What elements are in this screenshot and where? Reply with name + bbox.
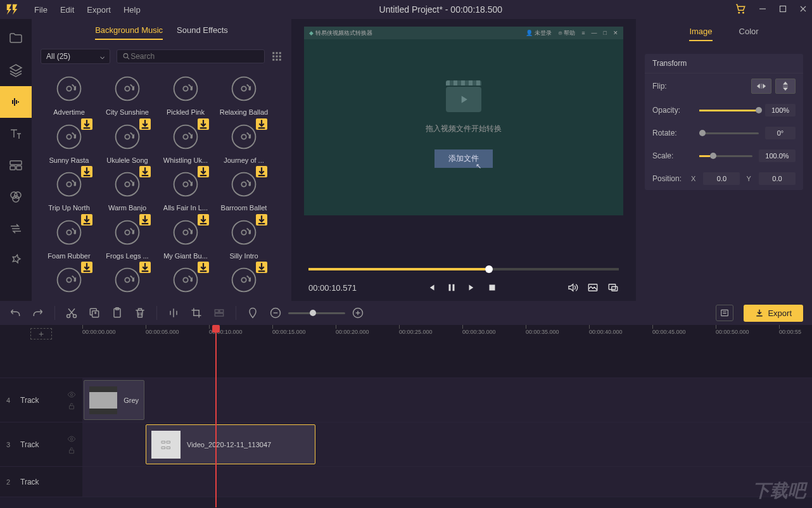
lock-icon[interactable] <box>67 402 76 410</box>
download-icon[interactable] <box>198 166 209 177</box>
track-header-2[interactable]: 2 Track <box>0 467 82 497</box>
export-button[interactable]: Export <box>744 305 803 322</box>
download-icon[interactable] <box>139 214 151 225</box>
add-track-button[interactable]: + <box>30 328 52 340</box>
svg-point-32 <box>183 134 187 139</box>
media-item[interactable] <box>99 264 156 301</box>
download-icon[interactable] <box>81 262 92 273</box>
svg-point-31 <box>174 125 198 148</box>
prev-frame-button[interactable] <box>426 282 437 293</box>
split-button[interactable] <box>167 307 180 319</box>
position-x-input[interactable] <box>703 172 740 185</box>
download-icon[interactable] <box>256 118 267 130</box>
media-item[interactable] <box>41 264 98 301</box>
undo-button[interactable] <box>9 307 22 319</box>
svg-rect-59 <box>448 284 450 291</box>
close-button[interactable] <box>799 5 807 15</box>
menu-file[interactable]: File <box>28 5 54 15</box>
clip-grey[interactable]: Grey <box>84 380 144 420</box>
next-frame-button[interactable] <box>466 282 478 293</box>
timeline-settings-button[interactable] <box>716 305 733 321</box>
minimize-button[interactable] <box>759 5 766 15</box>
pause-button[interactable] <box>446 282 457 293</box>
delete-button[interactable] <box>134 307 146 319</box>
preview-canvas[interactable]: ◆ 转易侠视频格式转换器 👤 未登录⊙ 帮助≡—□✕ 拖入视频文件开始转换 添加… <box>304 27 623 215</box>
rail-elements[interactable] <box>0 244 32 276</box>
redo-button[interactable] <box>32 307 44 319</box>
zoom-slider[interactable] <box>288 312 345 314</box>
marker-button[interactable] <box>246 307 259 319</box>
opacity-input[interactable] <box>765 104 796 117</box>
svg-point-45 <box>116 220 139 244</box>
download-icon[interactable] <box>81 166 92 177</box>
clip-video[interactable]: ▭▭▭▭ Video_2020-12-11_113047 <box>146 424 315 464</box>
cart-icon[interactable] <box>735 3 746 16</box>
lock-icon[interactable] <box>67 446 76 455</box>
group-button[interactable] <box>213 307 225 319</box>
view-grid-icon[interactable] <box>271 51 282 62</box>
paste-button[interactable] <box>111 307 124 319</box>
download-icon[interactable] <box>81 118 92 130</box>
download-icon[interactable] <box>198 262 209 273</box>
tab-image[interactable]: Image <box>689 27 712 41</box>
volume-icon[interactable] <box>567 282 578 293</box>
media-item[interactable] <box>215 264 272 301</box>
download-icon[interactable] <box>198 118 209 130</box>
download-icon[interactable] <box>139 118 151 130</box>
svg-rect-64 <box>612 287 618 291</box>
playhead[interactable] <box>215 325 217 507</box>
tab-background-music[interactable]: Background Music <box>95 25 163 40</box>
menu-export[interactable]: Export <box>80 5 117 15</box>
tab-color[interactable]: Color <box>739 27 759 41</box>
rotate-slider[interactable] <box>699 132 759 134</box>
rail-filters[interactable] <box>0 181 32 213</box>
maximize-button[interactable] <box>779 5 787 15</box>
eye-icon[interactable] <box>67 435 76 443</box>
filter-dropdown[interactable]: All (25) ⌵ <box>41 49 110 64</box>
download-icon[interactable] <box>81 214 92 225</box>
track-header-4[interactable]: 4 Track <box>0 378 82 422</box>
zoom-out-button[interactable] <box>269 307 282 319</box>
position-y-input[interactable] <box>759 172 796 185</box>
scale-input[interactable] <box>759 149 796 162</box>
zoom-in-button[interactable] <box>352 307 364 319</box>
cut-button[interactable] <box>65 307 78 319</box>
rail-media[interactable] <box>0 23 32 54</box>
snapshot-icon[interactable] <box>587 282 599 293</box>
download-icon[interactable] <box>198 214 209 225</box>
rail-audio[interactable] <box>0 86 32 118</box>
download-icon[interactable] <box>256 166 267 177</box>
stop-button[interactable] <box>486 282 498 293</box>
crop-button[interactable] <box>190 307 203 319</box>
search-input[interactable] <box>117 49 265 63</box>
download-icon[interactable] <box>139 166 151 177</box>
media-item[interactable] <box>157 264 214 301</box>
svg-point-26 <box>241 86 246 91</box>
opacity-slider[interactable] <box>699 110 759 111</box>
flip-vertical-button[interactable] <box>775 79 796 94</box>
download-icon[interactable] <box>139 262 151 273</box>
flip-horizontal-button[interactable] <box>751 79 771 94</box>
rail-layers[interactable] <box>0 54 32 86</box>
scale-slider[interactable] <box>699 155 752 157</box>
download-icon[interactable] <box>256 214 267 225</box>
rail-text[interactable] <box>0 118 32 149</box>
svg-rect-11 <box>276 52 278 54</box>
menu-help[interactable]: Help <box>117 5 147 15</box>
download-icon[interactable] <box>256 262 267 273</box>
fullscreen-icon[interactable] <box>607 282 619 293</box>
search-field[interactable] <box>130 52 259 61</box>
rail-transitions[interactable] <box>0 213 32 244</box>
add-file-button[interactable]: 添加文件↖ <box>435 149 493 168</box>
eye-icon[interactable] <box>67 390 76 399</box>
rotate-input[interactable] <box>765 127 796 139</box>
preview-progress[interactable] <box>308 268 619 270</box>
svg-point-43 <box>58 220 81 244</box>
track-header-3[interactable]: 3 Track <box>0 422 82 466</box>
rail-overlay[interactable] <box>0 149 32 181</box>
svg-point-38 <box>125 182 129 187</box>
menu-edit[interactable]: Edit <box>54 5 80 15</box>
tab-sound-effects[interactable]: Sound Effects <box>177 25 228 40</box>
timeline-ruler[interactable]: + 00:00:00.00000:00:05.00000:00:10.00000… <box>0 325 812 343</box>
copy-button[interactable] <box>88 307 101 319</box>
